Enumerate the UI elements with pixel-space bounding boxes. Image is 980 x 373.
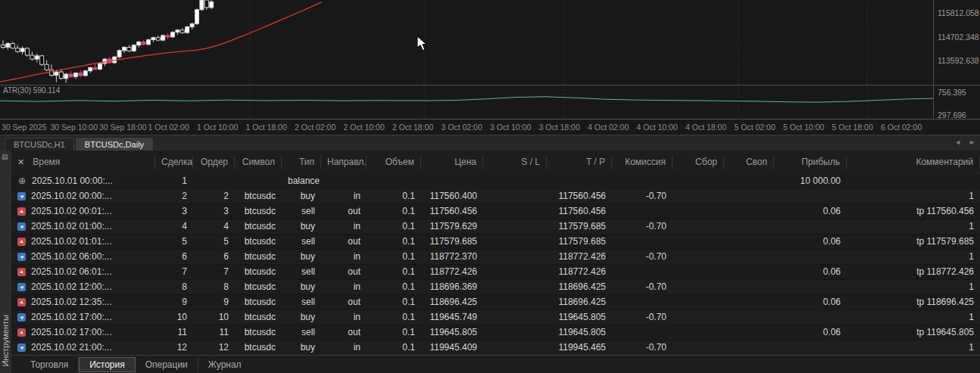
column-header-order[interactable]: Ордер — [193, 156, 235, 169]
cell-profit: 0.06 — [774, 204, 847, 219]
cell-volume: 0.1 — [367, 295, 421, 309]
history-row[interactable]: ➤2025.10.02 17:00:...1111btcusdcsellout0… — [11, 325, 980, 340]
history-row[interactable]: ➤2025.10.02 01:00:...44btcusdcbuyin0.111… — [11, 219, 980, 235]
price-scale[interactable]: 115812.058114702.348113592.638 — [933, 0, 980, 85]
history-row[interactable]: ➤2025.10.02 00:00:...22btcusdcbuyin0.111… — [11, 189, 980, 204]
cell-deal: 10 — [155, 310, 193, 325]
cell-time: ➤2025.10.02 21:00:... — [11, 340, 155, 355]
cell-volume: 0.1 — [367, 325, 421, 340]
cell-order: 7 — [193, 265, 235, 279]
close-toolbox-icon[interactable]: ✕ — [17, 156, 24, 169]
history-row[interactable]: ⊕2025.10.01 00:00:...1balance10 000.00 — [11, 174, 980, 189]
cell-time: ➤2025.10.02 06:01:... — [11, 265, 155, 279]
column-header-label: Время — [33, 156, 60, 169]
chart-tab[interactable]: BTCUSDc,H1 — [5, 138, 74, 151]
chart-tab[interactable]: BTCUSDc,Daily — [76, 138, 153, 151]
column-header-fee[interactable]: Сбор — [673, 156, 724, 169]
cell-deal: 3 — [155, 204, 193, 219]
cell-tp: 119645.805 — [547, 310, 612, 325]
column-header-direction[interactable]: Направл... — [321, 156, 367, 169]
history-row[interactable]: ➤2025.10.02 06:01:...77btcusdcsellout0.1… — [11, 265, 980, 280]
cell-price: 117560.400 — [421, 189, 483, 204]
cell-time: ➤2025.10.02 01:00:... — [11, 219, 155, 234]
cell-sl — [483, 250, 547, 264]
cell-sl — [483, 204, 547, 219]
column-header-time[interactable]: ✕Время — [11, 156, 155, 169]
toolbox-tab-Торговля[interactable]: Торговля — [20, 358, 79, 371]
history-row[interactable]: ➤2025.10.02 12:00:...88btcusdcbuyin0.111… — [11, 280, 980, 295]
cell-swap — [724, 340, 774, 355]
time-axis-label: 30 Sep 18:00 — [99, 123, 146, 132]
mt5-terminal-window: 115812.058114702.348113592.638 756.39529… — [0, 0, 980, 373]
column-header-comment[interactable]: Комментарий — [847, 156, 980, 169]
history-row[interactable]: ➤2025.10.02 17:00:...1010btcusdcbuyin0.1… — [11, 310, 980, 325]
cell-order: 10 — [193, 310, 235, 325]
cell-swap — [724, 265, 774, 279]
cell-type: sell — [282, 325, 321, 340]
cell-price: 117560.456 — [421, 204, 483, 219]
cell-volume: 0.1 — [367, 310, 421, 325]
cell-fee — [673, 310, 724, 325]
cell-price: 118696.425 — [421, 295, 483, 309]
cell-symbol: btcusdc — [235, 235, 282, 249]
cell-price: 117579.685 — [421, 235, 483, 249]
cell-profit: 0.06 — [774, 235, 847, 249]
toolbox-tab-Журнал[interactable]: Журнал — [198, 358, 251, 371]
cell-commission: -0.70 — [612, 219, 673, 234]
cell-time-text: 2025.10.02 06:00:... — [31, 250, 112, 264]
column-header-price[interactable]: Цена — [421, 156, 483, 169]
chart-tabs-scroll-left-icon[interactable]: ◄ — [954, 138, 961, 146]
column-header-type[interactable]: Тип — [282, 156, 321, 169]
time-axis[interactable]: 30 Sep 202530 Sep 10:0030 Sep 18:001 Oct… — [0, 120, 933, 135]
column-header-volume[interactable]: Объем — [367, 156, 421, 169]
atr-indicator-pane[interactable]: 756.395297.696 ATR(30) 590.114 — [0, 85, 980, 119]
time-axis-label: 30 Sep 2025 — [2, 123, 47, 132]
toolbox-tab-Операции[interactable]: Операции — [136, 358, 198, 371]
cell-time: ➤2025.10.02 06:00:... — [11, 250, 155, 264]
history-row[interactable]: ➤2025.10.02 06:00:...66btcusdcbuyin0.111… — [11, 250, 980, 265]
cell-type: buy — [282, 219, 321, 234]
cell-sl — [483, 325, 547, 340]
chart-tab-bar: BTCUSDc,H1BTCUSDc,Daily ◄ ► — [0, 135, 980, 151]
cell-time: ➤2025.10.02 17:00:... — [11, 325, 155, 340]
column-header-sl[interactable]: S / L — [483, 156, 547, 169]
cell-tp: 118772.426 — [547, 250, 612, 264]
cell-deal: 9 — [155, 295, 193, 309]
column-header-tp[interactable]: T / P — [547, 156, 612, 169]
column-header-profit[interactable]: Прибыль — [774, 156, 847, 169]
history-row[interactable]: ➤2025.10.02 01:01:...55btcusdcsellout0.1… — [11, 235, 980, 250]
cell-commission: -0.70 — [612, 310, 673, 325]
cell-volume: 0.1 — [367, 340, 421, 355]
price-chart-pane[interactable]: 115812.058114702.348113592.638 — [0, 0, 980, 85]
column-header-symbol[interactable]: Символ — [235, 156, 282, 169]
time-axis-label: 1 Oct 18:00 — [246, 123, 287, 132]
cell-comment: 1 — [847, 250, 980, 264]
atr-indicator-chart[interactable] — [0, 85, 933, 119]
cell-tp: 118772.426 — [547, 265, 612, 279]
cell-tp: 117579.685 — [547, 235, 612, 249]
column-header-commission[interactable]: Комиссия — [612, 156, 673, 169]
table-body: ⊕2025.10.01 00:00:...1balance10 000.00➤2… — [11, 174, 980, 356]
time-axis-label: 1 Oct 10:00 — [197, 123, 238, 132]
time-axis-label: 2 Oct 10:00 — [344, 123, 385, 132]
cell-direction: out — [321, 235, 367, 249]
chart-tabs-scroll-right-icon[interactable]: ► — [969, 138, 975, 146]
candlestick-chart[interactable] — [0, 0, 933, 85]
history-row[interactable]: ➤2025.10.02 21:00:...1212btcusdcbuyin0.1… — [11, 340, 980, 356]
cell-order: 6 — [193, 250, 235, 264]
column-header-deal[interactable]: Сделка — [155, 156, 193, 169]
history-row[interactable]: ➤2025.10.02 00:01:...33btcusdcsellout0.1… — [11, 204, 980, 219]
cell-fee — [673, 340, 724, 355]
cell-time-text: 2025.10.02 17:00:... — [31, 325, 112, 340]
toolbox-tab-История[interactable]: История — [79, 357, 136, 372]
column-header-swap[interactable]: Своп — [724, 156, 774, 169]
atr-scale[interactable]: 756.395297.696 — [933, 85, 980, 119]
cell-swap — [724, 310, 774, 325]
cell-comment: tp 117579.685 — [847, 235, 980, 249]
cell-order: 2 — [193, 189, 235, 204]
toolbox-sidebar-tab[interactable]: ▤ Инструменты — [0, 151, 12, 373]
cell-time-text: 2025.10.02 00:01:... — [31, 204, 112, 219]
history-row[interactable]: ➤2025.10.02 12:35:...99btcusdcsellout0.1… — [11, 295, 980, 310]
chart-region: 115812.058114702.348113592.638 756.39529… — [0, 0, 980, 151]
cell-sl — [483, 295, 547, 309]
